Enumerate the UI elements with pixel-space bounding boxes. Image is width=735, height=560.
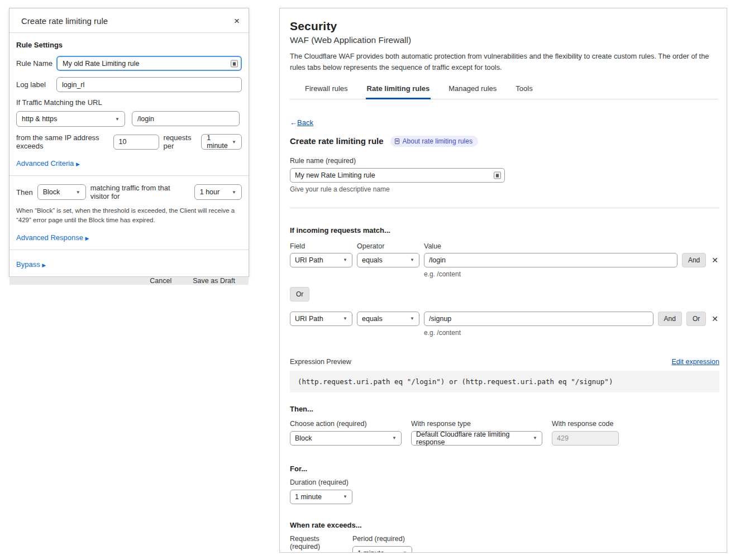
url-pattern-input[interactable] — [132, 111, 240, 126]
response-type-value: Default Cloudflare rate limiting respons… — [416, 430, 529, 446]
duration-select[interactable]: 1 minute ▼ — [290, 490, 352, 504]
field-select[interactable]: URI Path ▼ — [290, 253, 352, 267]
chevron-down-icon: ▼ — [410, 316, 414, 321]
tab-firewall-rules[interactable]: Firewall rules — [304, 81, 349, 99]
period-select[interactable]: 1 minute ▼ — [201, 134, 242, 150]
autofill-icon[interactable] — [494, 171, 501, 179]
chevron-down-icon: ▼ — [392, 435, 397, 441]
action-select-value: Block — [43, 188, 60, 196]
then-middle: matching traffic from that visitor for — [90, 184, 190, 200]
save-as-draft-button[interactable]: Save as Draft — [193, 277, 235, 285]
tab-managed-rules[interactable]: Managed rules — [447, 81, 498, 99]
action-select[interactable]: Block ▼ — [37, 184, 86, 200]
response-code-label: With response code — [552, 420, 619, 428]
log-label-label: Log label — [16, 80, 56, 89]
then-heading: Then... — [290, 405, 718, 413]
form-title: Create rate limiting rule — [290, 136, 384, 146]
choose-action-label: Choose action (required) — [290, 420, 402, 428]
modal-title: Create rate limiting rule — [21, 16, 108, 26]
operator-select[interactable]: equals ▼ — [357, 253, 419, 267]
expression-preview-label: Expression Preview — [290, 358, 351, 366]
bypass-label: Bypass — [16, 260, 40, 269]
rate-period-select[interactable]: 1 minute ▼ — [352, 546, 412, 553]
value-helper: e.g. /content — [424, 329, 718, 337]
screen: Create rate limiting rule × Rule Setting… — [0, 0, 735, 560]
divider — [9, 175, 249, 176]
autofill-icon[interactable] — [231, 60, 238, 67]
and-button[interactable]: And — [658, 312, 682, 326]
caret-right-icon: ▶ — [42, 262, 46, 268]
response-type-select[interactable]: Default Cloudflare rate limiting respons… — [411, 431, 542, 446]
value-label: Value — [424, 242, 441, 250]
duration-select-value: 1 minute — [295, 493, 322, 501]
back-label: Back — [297, 118, 313, 127]
and-button[interactable]: And — [682, 253, 706, 267]
rule-name-input[interactable] — [56, 56, 242, 71]
rule-name-input[interactable] — [290, 168, 505, 183]
remove-condition-icon[interactable]: ✕ — [710, 256, 719, 265]
waf-tabs: Firewall rules Rate limiting rules Manag… — [290, 81, 718, 99]
field-label: Field — [290, 242, 352, 250]
condition-row: URI Path ▼ equals ▼ And ✕ — [290, 253, 719, 267]
or-button[interactable]: Or — [290, 287, 309, 301]
threshold-row: from the same IP address exceeds request… — [16, 133, 242, 150]
action-select[interactable]: Block ▼ — [290, 431, 402, 446]
close-icon[interactable]: × — [234, 16, 240, 26]
operator-label: Operator — [357, 242, 419, 250]
rule-name-label: Rule name (required) — [290, 157, 718, 165]
security-waf-panel: Security WAF (Web Application Firewall) … — [279, 8, 727, 553]
rule-name-helper: Give your rule a descriptive name — [290, 185, 718, 193]
bypass-link[interactable]: Bypass ▶ — [16, 260, 46, 269]
threshold-prefix: from the same IP address exceeds — [16, 133, 109, 150]
tab-tools[interactable]: Tools — [514, 81, 533, 99]
chevron-down-icon: ▼ — [232, 140, 236, 145]
chevron-down-icon: ▼ — [343, 494, 347, 499]
chevron-down-icon: ▼ — [343, 257, 347, 262]
rate-period-value: 1 minute — [357, 549, 384, 553]
advanced-response-link[interactable]: Advanced Response ▶ — [16, 233, 89, 242]
chevron-down-icon: ▼ — [115, 117, 120, 122]
advanced-criteria-label: Advanced Criteria — [16, 159, 74, 167]
page-title: Security — [290, 20, 718, 33]
tab-rate-limiting-rules[interactable]: Rate limiting rules — [366, 81, 431, 99]
then-row: Then Block ▼ matching traffic from that … — [16, 184, 242, 200]
value-helper: e.g. /content — [424, 270, 718, 278]
chevron-down-icon: ▼ — [410, 257, 414, 262]
action-select-value: Block — [295, 434, 312, 442]
period-select-value: 1 minute — [207, 134, 228, 150]
rule-settings-heading: Rule Settings — [16, 41, 242, 49]
block-duration-select[interactable]: 1 hour ▼ — [194, 184, 242, 200]
chevron-down-icon: ▼ — [403, 551, 407, 553]
operator-select[interactable]: equals ▼ — [357, 312, 419, 326]
scheme-select[interactable]: http & https ▼ — [16, 111, 125, 127]
or-button[interactable]: Or — [686, 312, 706, 326]
traffic-match-label: If Traffic Matching the URL — [16, 98, 242, 107]
condition-labels: Field Operator Value — [290, 242, 718, 250]
edit-expression-link[interactable]: Edit expression — [672, 358, 719, 366]
advanced-criteria-link[interactable]: Advanced Criteria ▶ — [16, 159, 80, 167]
back-link[interactable]: ←Back — [290, 118, 313, 127]
caret-right-icon: ▶ — [76, 161, 80, 167]
value-input[interactable] — [424, 312, 653, 326]
expression-code: (http.request.uri.path eq "/login") or (… — [290, 371, 719, 393]
page-description: The Cloudflare WAF provides both automat… — [290, 51, 718, 73]
log-label-input[interactable] — [56, 77, 242, 92]
scheme-select-value: http & https — [22, 115, 57, 123]
divider — [290, 208, 719, 208]
operator-select-value: equals — [362, 315, 383, 323]
for-heading: For... — [290, 465, 718, 473]
advanced-response-label: Advanced Response — [16, 233, 83, 242]
modal-header: Create rate limiting rule × — [9, 8, 249, 33]
value-input[interactable] — [424, 253, 677, 267]
cancel-button[interactable]: Cancel — [150, 277, 171, 285]
remove-condition-icon[interactable]: ✕ — [710, 314, 719, 323]
modal-footer: Cancel Save as Draft — [9, 276, 249, 285]
threshold-input[interactable] — [113, 135, 159, 150]
field-select[interactable]: URI Path ▼ — [290, 312, 352, 326]
log-label-row: Log label — [16, 77, 242, 92]
block-duration-value: 1 hour — [200, 188, 219, 196]
caret-right-icon: ▶ — [85, 236, 89, 241]
about-rate-limiting-badge[interactable]: About rate limiting rules — [390, 136, 478, 147]
field-select-value: URI Path — [295, 315, 323, 323]
requests-label: Requests (required) — [290, 535, 347, 551]
